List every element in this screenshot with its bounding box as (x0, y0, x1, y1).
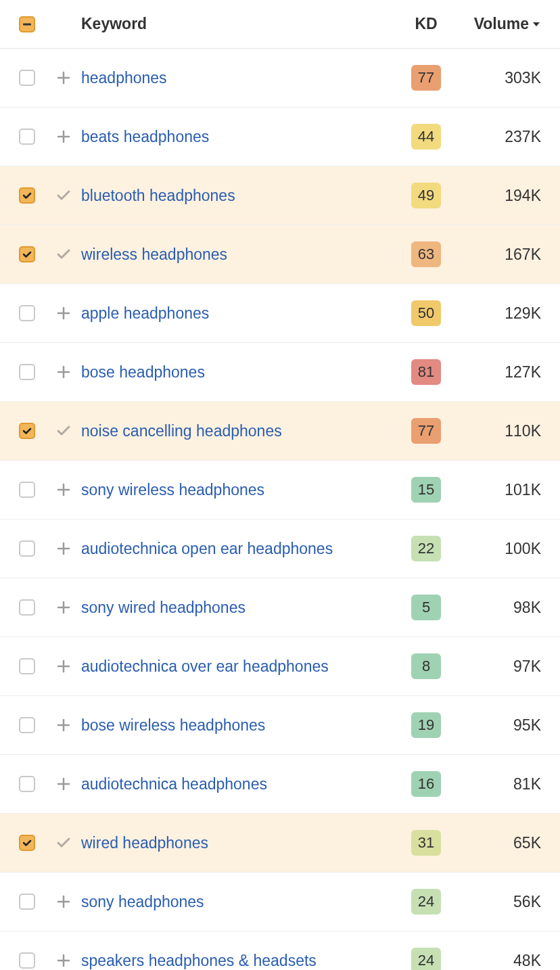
table-row: noise cancelling headphones77110K (0, 402, 560, 461)
row-checkbox[interactable] (19, 776, 35, 792)
column-header-kd[interactable]: KD (399, 15, 453, 33)
table-row: bose headphones81127K (0, 343, 560, 402)
kd-badge: 63 (411, 241, 441, 267)
table-row: wireless headphones63167K (0, 225, 560, 284)
plus-icon[interactable] (56, 541, 71, 556)
keyword-link[interactable]: sony wireless headphones (81, 481, 264, 499)
row-checkbox[interactable] (19, 364, 35, 380)
keyword-link[interactable]: sony headphones (81, 893, 204, 910)
plus-icon[interactable] (56, 482, 71, 497)
plus-icon[interactable] (56, 777, 71, 791)
volume-value: 65K (453, 834, 541, 852)
table-row: sony wired headphones598K (0, 578, 560, 637)
keyword-link[interactable]: bose headphones (81, 363, 205, 381)
table-header: Keyword KD Volume (0, 0, 560, 49)
column-header-keyword[interactable]: Keyword (78, 15, 399, 33)
row-checkbox[interactable] (19, 835, 35, 851)
kd-badge: 16 (411, 771, 441, 797)
keyword-link[interactable]: speakers headphones & headsets (81, 952, 317, 969)
row-checkbox[interactable] (19, 717, 35, 733)
volume-value: 194K (453, 187, 541, 205)
kd-badge: 44 (411, 124, 441, 149)
checkmark-icon[interactable] (55, 187, 72, 204)
checkmark-icon[interactable] (55, 835, 72, 851)
row-checkbox[interactable] (19, 423, 35, 439)
table-row: sony wireless headphones15101K (0, 461, 560, 519)
keyword-link[interactable]: bose wireless headphones (81, 716, 265, 734)
kd-badge: 24 (411, 948, 441, 970)
kd-badge: 24 (411, 889, 441, 915)
kd-badge: 22 (411, 536, 441, 561)
plus-icon[interactable] (56, 129, 71, 144)
plus-icon[interactable] (56, 365, 71, 379)
plus-icon[interactable] (56, 70, 71, 85)
kd-badge: 81 (411, 359, 441, 385)
plus-icon[interactable] (56, 718, 71, 733)
table-row: audiotechnica headphones1681K (0, 755, 560, 814)
keyword-link[interactable]: headphones (81, 69, 167, 87)
kd-badge: 5 (411, 595, 441, 620)
keyword-link[interactable]: audiotechnica over ear headphones (81, 657, 329, 675)
row-checkbox[interactable] (19, 894, 35, 910)
checkmark-icon[interactable] (55, 246, 72, 262)
plus-icon[interactable] (56, 953, 71, 968)
volume-value: 127K (453, 363, 541, 382)
volume-value: 101K (453, 481, 541, 499)
row-checkbox[interactable] (19, 482, 35, 498)
kd-badge: 15 (411, 477, 441, 503)
plus-icon[interactable] (56, 600, 71, 615)
plus-icon[interactable] (56, 306, 71, 321)
kd-badge: 77 (411, 418, 441, 444)
volume-value: 95K (453, 716, 541, 735)
volume-value: 129K (453, 304, 541, 323)
keyword-link[interactable]: audiotechnica open ear headphones (81, 540, 333, 557)
volume-header-label: Volume (474, 15, 529, 33)
row-checkbox[interactable] (19, 599, 35, 616)
table-row: audiotechnica open ear headphones22100K (0, 519, 560, 578)
row-checkbox[interactable] (19, 129, 35, 145)
kd-badge: 50 (411, 300, 441, 326)
keyword-link[interactable]: sony wired headphones (81, 599, 246, 616)
row-checkbox[interactable] (19, 658, 35, 674)
volume-value: 237K (453, 128, 541, 146)
table-row: apple headphones50129K (0, 284, 560, 343)
table-row: bose wireless headphones1995K (0, 696, 560, 755)
keyword-link[interactable]: audiotechnica headphones (81, 775, 267, 793)
keyword-link[interactable]: noise cancelling headphones (81, 422, 282, 440)
caret-down-icon (532, 20, 541, 29)
volume-value: 81K (453, 775, 541, 793)
volume-value: 48K (453, 952, 541, 970)
plus-icon[interactable] (56, 659, 71, 674)
table-row: headphones77303K (0, 49, 560, 108)
keyword-link[interactable]: apple headphones (81, 304, 209, 322)
keyword-link[interactable]: beats headphones (81, 128, 209, 145)
volume-value: 110K (453, 422, 541, 440)
table-row: speakers headphones & headsets2448K (0, 931, 560, 970)
plus-icon[interactable] (56, 894, 71, 909)
table-row: audiotechnica over ear headphones897K (0, 637, 560, 696)
row-checkbox[interactable] (19, 187, 35, 204)
checkmark-icon[interactable] (55, 423, 72, 439)
keyword-link[interactable]: wireless headphones (81, 246, 227, 263)
volume-value: 167K (453, 246, 541, 264)
row-checkbox[interactable] (19, 540, 35, 557)
table-row: bluetooth headphones49194K (0, 166, 560, 225)
volume-value: 98K (453, 599, 541, 617)
column-header-volume[interactable]: Volume (453, 15, 541, 33)
svg-rect-0 (23, 23, 31, 25)
row-checkbox[interactable] (19, 70, 35, 86)
select-all-checkbox[interactable] (19, 16, 35, 32)
keyword-link[interactable]: wired headphones (81, 834, 208, 852)
table-row: wired headphones3165K (0, 814, 560, 873)
keyword-link[interactable]: bluetooth headphones (81, 187, 235, 204)
row-checkbox[interactable] (19, 305, 35, 321)
kd-badge: 8 (411, 653, 441, 679)
kd-badge: 31 (411, 830, 441, 856)
row-checkbox[interactable] (19, 246, 35, 262)
table-row: sony headphones2456K (0, 873, 560, 931)
keyword-table: Keyword KD Volume headphones77303Kbeats … (0, 0, 560, 970)
row-checkbox[interactable] (19, 952, 35, 969)
kd-badge: 77 (411, 65, 441, 91)
volume-value: 303K (453, 69, 541, 87)
volume-value: 97K (453, 657, 541, 676)
